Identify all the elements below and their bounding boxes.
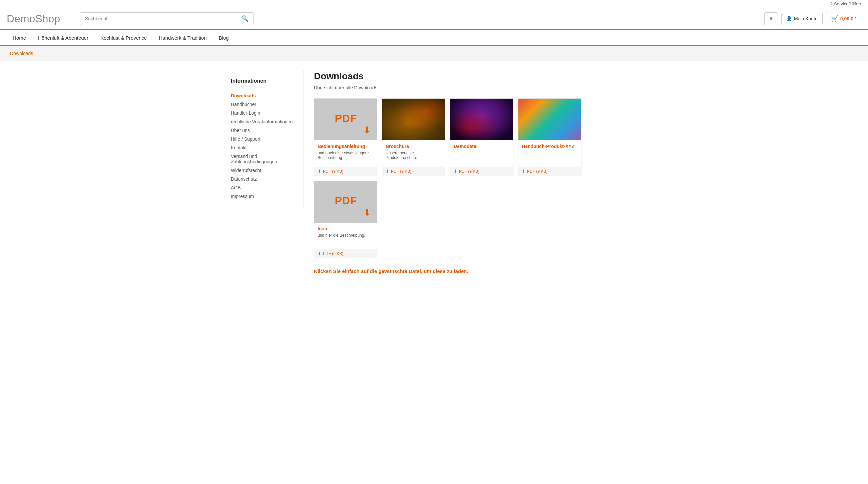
card-title-icon: Icon xyxy=(317,226,374,231)
nav-item-hoehenluft[interactable]: Höhenluft & Abenteuer xyxy=(32,30,94,45)
card-fileinfo-handbuch: PDF (9 KB) xyxy=(527,169,548,174)
card-info-demodatei: Demodatei xyxy=(451,140,513,167)
sidebar-link-handbucher[interactable]: Handbücher xyxy=(231,102,256,107)
card-thumb-icon: PDF ⬇ xyxy=(314,181,377,223)
page-subtitle: Übersicht über alle Downloads xyxy=(314,85,644,90)
card-thumb-demodatei xyxy=(451,99,514,140)
card-title-handbuch: Handbuch-Produkt-XYZ xyxy=(522,144,578,149)
search-button[interactable]: 🔍 xyxy=(237,13,253,25)
card-footer-broschure: ⬇ PDF (9 KB) xyxy=(382,167,445,176)
header-actions: ♥ 👤 Mein Konto 🛒 0,00 € * xyxy=(764,12,861,25)
download-card-demodatei[interactable]: Demodatei ⬇ PDF (9 KB) xyxy=(450,98,514,176)
download-arrow-icon: ⬇ xyxy=(317,169,321,174)
nav-item-home[interactable]: Home xyxy=(7,30,32,45)
sidebar-item-uber-uns: Über uns xyxy=(231,128,297,133)
sidebar-heading: Informationen xyxy=(231,78,297,88)
top-bar: ? Service/Hilfe ▾ xyxy=(0,0,868,8)
sidebar-item-handler-login: Händler-Login xyxy=(231,110,297,116)
downloads-grid: PDF ⬇ Bedienungsanleitung und noch eine … xyxy=(314,98,644,258)
sidebar: Informationen Downloads Handbücher Händl… xyxy=(224,71,304,209)
account-label: Mein Konto xyxy=(794,16,818,21)
card-info-broschure: Broschure Unsere neueste Produktbroschür… xyxy=(382,140,445,167)
service-help-link[interactable]: Service/Hilfe xyxy=(834,1,858,6)
card-desc-broschure: Unsere neueste Produktbroschüre xyxy=(385,151,442,161)
header: DemoShop 🔍 ♥ 👤 Mein Konto 🛒 0,00 € * xyxy=(0,8,868,30)
card-fileinfo-demodatei: PDF (9 KB) xyxy=(459,169,479,174)
nav-item-kochlust[interactable]: Kochlust & Provence xyxy=(94,30,153,45)
pdf-download-icon-icon: ⬇ xyxy=(363,207,371,218)
card-footer-bedienungsanleitung: ⬇ PDF (9 KB) xyxy=(314,167,377,176)
search-input[interactable] xyxy=(81,13,237,25)
card-desc-icon: und hier die Beschreibung. xyxy=(317,233,374,244)
breadcrumb-bar: Downloads xyxy=(0,46,868,61)
card-desc-handbuch xyxy=(522,151,578,161)
sidebar-link-handler-login[interactable]: Händler-Login xyxy=(231,110,260,116)
main-content: Downloads Übersicht über alle Downloads … xyxy=(314,71,644,274)
sidebar-link-impressum[interactable]: Impressum xyxy=(231,194,254,199)
sidebar-item-agb: AGB xyxy=(231,185,297,190)
search-icon: 🔍 xyxy=(241,15,249,22)
card-info-handbuch: Handbuch-Produkt-XYZ xyxy=(518,140,581,167)
pdf-download-icon: ⬇ xyxy=(363,125,371,136)
card-info-bedienungsanleitung: Bedienungsanleitung und noch eine etwas … xyxy=(314,140,377,167)
logo-bold: Demo xyxy=(7,13,35,25)
sidebar-item-datenschutz: Datenschutz xyxy=(231,176,297,182)
logo-light: Shop xyxy=(35,13,60,25)
main-container: Informationen Downloads Handbücher Händl… xyxy=(217,71,651,274)
user-icon: 👤 xyxy=(786,16,792,21)
card-footer-icon: ⬇ PDF (9 KB) xyxy=(314,249,377,258)
breadcrumb-downloads[interactable]: Downloads xyxy=(10,51,33,56)
download-card-broschure[interactable]: Broschure Unsere neueste Produktbroschür… xyxy=(382,98,445,176)
download-card-handbuch[interactable]: Handbuch-Produkt-XYZ ⬇ PDF (9 KB) xyxy=(518,98,582,176)
card-footer-demodatei: ⬇ PDF (9 KB) xyxy=(451,167,513,176)
sidebar-item-downloads: Downloads xyxy=(231,93,297,98)
download-arrow-icon: ⬇ xyxy=(454,169,457,174)
sidebar-item-widerruf: Widerrufsrecht xyxy=(231,168,297,173)
card-desc-bedienungsanleitung: und noch eine etwas längere Beschreibung xyxy=(317,151,374,161)
search-bar: 🔍 xyxy=(80,12,253,25)
wishlist-button[interactable]: ♥ xyxy=(764,12,778,25)
main-nav: Home Höhenluft & Abenteuer Kochlust & Pr… xyxy=(0,30,868,46)
download-card-icon[interactable]: PDF ⬇ Icon und hier die Beschreibung. ⬇ … xyxy=(314,181,377,258)
card-thumb-handbuch xyxy=(518,99,582,140)
sidebar-link-datenschutz[interactable]: Datenschutz xyxy=(231,176,257,182)
sidebar-item-handbucher: Handbücher xyxy=(231,102,297,107)
sidebar-link-rechtliche[interactable]: rechtliche Vorabinformationen xyxy=(231,119,292,124)
card-title-broschure: Broschure xyxy=(385,144,442,149)
help-icon: ? xyxy=(830,1,833,6)
page-title: Downloads xyxy=(314,71,644,82)
sidebar-item-hilfe: Hilfe / Support xyxy=(231,136,297,142)
card-info-icon: Icon und hier die Beschreibung. xyxy=(314,223,377,249)
nav-item-handwerk[interactable]: Handwerk & Tradition xyxy=(153,30,213,45)
card-fileinfo-broschure: PDF (9 KB) xyxy=(391,169,411,174)
pdf-label-icon: PDF xyxy=(335,194,357,207)
download-arrow-icon: ⬇ xyxy=(522,169,525,174)
sidebar-item-rechtliche: rechtliche Vorabinformationen xyxy=(231,119,297,124)
download-card-bedienungsanleitung[interactable]: PDF ⬇ Bedienungsanleitung und noch eine … xyxy=(314,98,377,176)
cart-icon: 🛒 xyxy=(831,15,838,22)
sidebar-item-versand: Versand und Zahlungsbedingungen xyxy=(231,154,297,164)
sidebar-link-downloads[interactable]: Downloads xyxy=(231,93,256,98)
card-fileinfo-bedienungsanleitung: PDF (9 KB) xyxy=(323,169,343,174)
nav-item-blog[interactable]: Blog xyxy=(213,30,235,45)
sidebar-link-uber-uns[interactable]: Über uns xyxy=(231,128,250,133)
account-button[interactable]: 👤 Mein Konto xyxy=(781,13,823,24)
sidebar-link-versand[interactable]: Versand und Zahlungsbedingungen xyxy=(231,154,277,164)
heart-icon: ♥ xyxy=(769,15,773,22)
download-arrow-icon: ⬇ xyxy=(385,169,389,174)
card-thumb-bedienungsanleitung: PDF ⬇ xyxy=(314,99,377,140)
sidebar-item-impressum: Impressum xyxy=(231,194,297,199)
cart-button[interactable]: 🛒 0,00 € * xyxy=(826,12,861,25)
sidebar-link-kontakt[interactable]: Kontakt xyxy=(231,145,247,150)
sidebar-link-widerruf[interactable]: Widerrufsrecht xyxy=(231,168,261,173)
sidebar-menu: Downloads Handbücher Händler-Login recht… xyxy=(231,93,297,199)
cta-text: Klicken Sie einfach auf die gewünschte D… xyxy=(314,268,644,274)
sidebar-link-agb[interactable]: AGB xyxy=(231,185,241,190)
cart-total: 0,00 € * xyxy=(840,16,856,21)
sidebar-link-hilfe[interactable]: Hilfe / Support xyxy=(231,136,260,142)
card-title-bedienungsanleitung: Bedienungsanleitung xyxy=(317,144,374,149)
logo[interactable]: DemoShop xyxy=(7,13,73,25)
download-arrow-icon: ⬇ xyxy=(317,251,321,256)
chevron-down-icon: ▾ xyxy=(859,2,861,6)
card-title-demodatei: Demodatei xyxy=(454,144,510,149)
